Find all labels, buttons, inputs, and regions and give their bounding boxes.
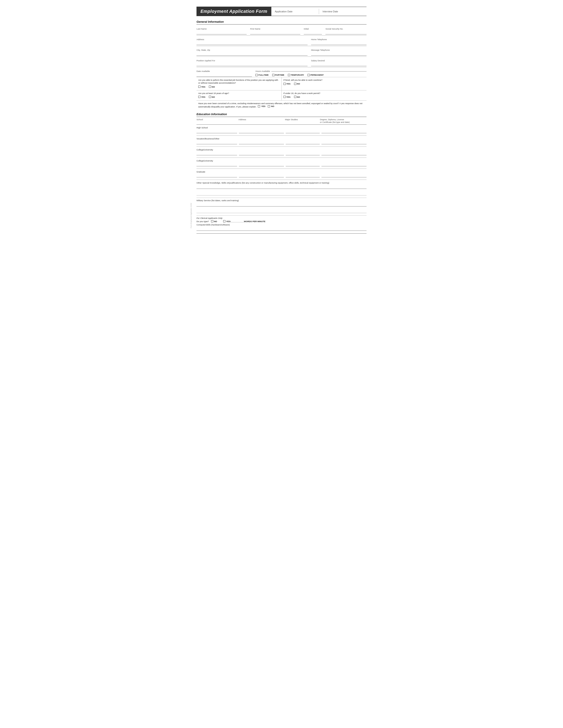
- hs-school-input[interactable]: [196, 129, 237, 133]
- military-input[interactable]: [196, 203, 367, 206]
- other-skills-input[interactable]: [196, 185, 367, 189]
- partime-checkbox[interactable]: [272, 74, 274, 76]
- edu-row-vocation: Vocation/Business/Other: [196, 136, 367, 147]
- crime-block: Have you ever been convicted of a crime,…: [196, 100, 367, 109]
- initial-field: Initial: [304, 26, 322, 34]
- other-skills-section: Other Special Knowledge, Skills otQualif…: [196, 182, 367, 195]
- col1-degree-input[interactable]: [322, 151, 367, 155]
- fulltime-checkbox[interactable]: [255, 74, 258, 76]
- hours-row: Date Available Hours Available FULLTIME …: [196, 68, 367, 77]
- q3-yes-item: YES: [198, 96, 205, 98]
- computer-skills-input[interactable]: [196, 227, 367, 231]
- lower-section: Form Employment Application #1002 Milita…: [196, 198, 367, 234]
- address-input[interactable]: [196, 41, 308, 45]
- position-field: Position Applied For: [196, 58, 308, 66]
- message-telephone-input[interactable]: [311, 52, 367, 56]
- hs-degree-input[interactable]: [322, 129, 367, 133]
- q4-checkboxes: YES NO: [284, 96, 365, 98]
- crime-no-item: NO: [268, 105, 274, 108]
- q2-no-checkbox[interactable]: [294, 83, 296, 85]
- edu-table-header: School Address Major Studies Degree, Dip…: [196, 118, 367, 125]
- edu-col-major: Major Studies: [285, 118, 320, 124]
- voc-major-input[interactable]: [286, 140, 320, 144]
- question-block-3-4: Are you at least 18 years of age? YES NO…: [196, 90, 367, 100]
- typing-yes-checkbox[interactable]: [223, 220, 225, 222]
- question-block-1-2: Are you able to peform the essential job…: [196, 77, 367, 90]
- q2-yes-checkbox[interactable]: [284, 83, 286, 85]
- position-row: Position Applied For Salary Desired: [196, 58, 367, 66]
- col1-school-input[interactable]: [196, 151, 237, 155]
- military-label: Military Service (list dates, ranks and …: [196, 199, 367, 202]
- q3-no-checkbox[interactable]: [209, 96, 211, 98]
- q1-no-checkbox[interactable]: [209, 86, 211, 88]
- clerical-title: For Clerical Applicants Only:: [196, 217, 367, 219]
- form-title: Employment Application Form: [196, 7, 271, 16]
- fulltime-checkbox-item: FULLTIME: [255, 74, 268, 76]
- crime-yes-checkbox[interactable]: [258, 105, 260, 107]
- hours-available-area: Hours Available FULLTIME PARTIME TEMPORA…: [255, 68, 367, 77]
- q1-checkboxes: YES NO: [198, 86, 280, 88]
- typing-no-checkbox[interactable]: [211, 220, 213, 222]
- voc-school-input[interactable]: [196, 140, 237, 144]
- date-available-input[interactable]: [196, 73, 252, 77]
- partime-checkbox-item: PARTIME: [272, 74, 285, 76]
- general-info-title: General Information: [196, 20, 367, 23]
- other-skills-label: Other Special Knowledge, Skills otQualif…: [196, 182, 367, 184]
- col2-major-input[interactable]: [286, 162, 320, 166]
- home-telephone-input[interactable]: [311, 41, 367, 45]
- city-row: City, State, Zip Message Telephone: [196, 47, 367, 56]
- grad-major-input[interactable]: [286, 173, 320, 177]
- crime-yes-item: YES: [258, 105, 265, 108]
- q1-yes-checkbox[interactable]: [198, 86, 200, 88]
- edu-highschool-fields: [196, 129, 367, 136]
- col2-school-input[interactable]: [196, 162, 237, 166]
- last-name-input[interactable]: [196, 30, 246, 34]
- edu-vocation-fields: [196, 140, 367, 147]
- q4-no-item: NO: [294, 96, 300, 98]
- interview-date-label: Interview Date: [319, 9, 367, 14]
- q3-yes-checkbox[interactable]: [198, 96, 200, 98]
- initial-input[interactable]: [304, 30, 322, 34]
- q4-no-checkbox[interactable]: [294, 96, 296, 98]
- temporary-checkbox-item: TEMPORARY: [288, 74, 304, 76]
- salary-input[interactable]: [311, 62, 367, 66]
- form-header: Employment Application Form Application …: [196, 7, 367, 16]
- edu-row-highschool: High School: [196, 125, 367, 136]
- address-field: Address: [196, 36, 308, 45]
- ssn-input[interactable]: [326, 30, 367, 34]
- q2-yes-item: YES: [284, 83, 291, 85]
- crime-no-checkbox[interactable]: [268, 105, 270, 107]
- grad-degree-input[interactable]: [322, 173, 367, 177]
- header-dates: Application Date Interview Date: [271, 7, 367, 16]
- q3-checkboxes: YES NO: [198, 96, 280, 98]
- voc-degree-input[interactable]: [322, 140, 367, 144]
- edu-college2-fields: [196, 162, 367, 169]
- education-section: Education Information School Address Maj…: [196, 113, 367, 195]
- message-telephone-field: Message Telephone: [311, 47, 367, 56]
- city-state-zip-input[interactable]: [196, 52, 308, 56]
- sidebar-text: Form Employment Application #1002: [190, 203, 192, 228]
- q1-col: Are you able to peform the essential job…: [196, 77, 282, 90]
- q1-yes-item: YES: [198, 86, 205, 88]
- hs-address-input[interactable]: [239, 129, 284, 133]
- position-input[interactable]: [196, 62, 308, 66]
- q4-yes-checkbox[interactable]: [284, 96, 286, 98]
- first-name-field: First Name: [250, 26, 300, 34]
- col1-address-input[interactable]: [239, 151, 284, 155]
- clerical-section: For Clerical Applicants Only: Do you typ…: [196, 215, 367, 234]
- education-title: Education Information: [196, 113, 367, 116]
- typing-row: Do you type? NO YES:___________WORDS PER…: [196, 220, 367, 223]
- home-telephone-field: Home Telephone: [311, 36, 367, 45]
- col1-major-input[interactable]: [286, 151, 320, 155]
- permanent-checkbox[interactable]: [308, 74, 310, 76]
- last-name-field: Last Name: [196, 26, 246, 34]
- col2-degree-input[interactable]: [322, 162, 367, 166]
- temporary-checkbox[interactable]: [288, 74, 290, 76]
- edu-row-college2: College/university: [196, 158, 367, 169]
- grad-address-input[interactable]: [239, 173, 284, 177]
- grad-school-input[interactable]: [196, 173, 237, 177]
- voc-address-input[interactable]: [239, 140, 284, 144]
- first-name-input[interactable]: [250, 30, 300, 34]
- hs-major-input[interactable]: [286, 129, 320, 133]
- col2-address-input[interactable]: [239, 162, 284, 166]
